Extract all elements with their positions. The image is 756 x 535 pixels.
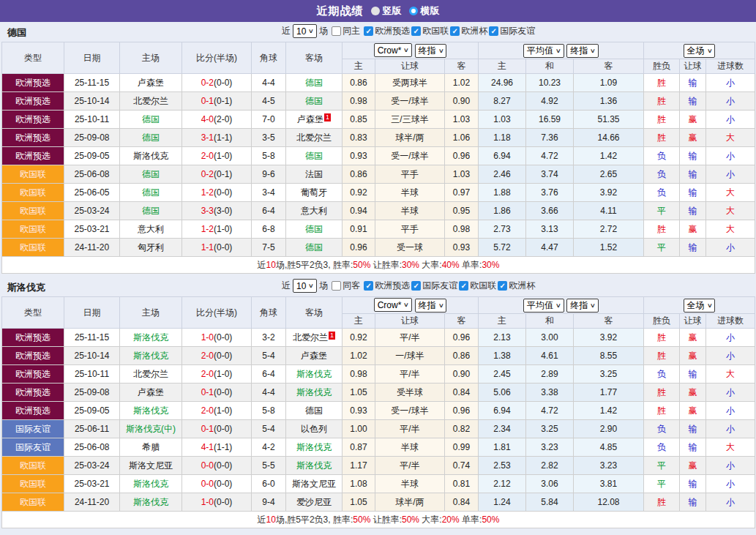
result-handicap-cell: 赢 (680, 329, 706, 347)
average-home-odds-cell: 2.45 (479, 365, 526, 384)
competition-filter[interactable]: ✓欧国联 (459, 280, 496, 292)
table-row: 欧国联25-03-21意大利1-2(1-0)6-8德国0.91平手0.982.7… (2, 220, 755, 239)
bookmaker-away-odds-cell: 0.90 (445, 365, 479, 384)
chevron-down-icon: ∨ (555, 48, 561, 54)
bookmaker-away-odds-cell: 0.98 (445, 220, 479, 239)
corners-cell: 3-2 (252, 329, 286, 347)
average-home-odds-cell: 5.06 (479, 384, 526, 402)
score-cell: 1-2(0-0) (182, 184, 252, 202)
home-team-cell: 北爱尔兰 (120, 365, 182, 384)
avg-final-index-select[interactable]: 终指 ∨ (566, 44, 599, 58)
bookmaker-header-group: Crow* ∨ 终指 ∨ (343, 297, 479, 314)
summary-text: 单率: (460, 515, 482, 525)
date-cell: 25-03-21 (64, 220, 120, 239)
away-team-cell: 斯洛伐克 (286, 438, 343, 457)
col-header-wdl: 胜负 (644, 314, 680, 329)
competition-badge: 欧国联 (2, 220, 64, 239)
match-count-value: 10 (296, 26, 306, 37)
handicap-cell: 平/半 (375, 420, 445, 438)
average-home-odds-cell: 8.27 (479, 92, 526, 111)
chevron-down-icon: ∨ (706, 302, 712, 309)
handicap-cell: 受一球 (375, 239, 445, 257)
score-cell: 0-0(0-0) (182, 457, 252, 475)
match-count-select[interactable]: 10 ∨ (293, 24, 317, 38)
result-goals-cell: 小 (706, 165, 755, 184)
col-header-home: 主场 (120, 42, 182, 74)
match-count-select[interactable]: 10 ∨ (293, 279, 317, 293)
radio-vertical-layout[interactable]: 竖版 (371, 4, 402, 18)
corners-cell: 5-8 (252, 147, 286, 165)
full-match-select[interactable]: 全场 ∨ (684, 299, 716, 313)
table-row: 欧洲预选25-10-11德国4-0(2-0)7-0卢森堡10.85三/三球半1.… (2, 111, 755, 129)
competition-filter[interactable]: ✓欧洲预选 (364, 25, 410, 37)
result-wdl-cell: 平 (644, 202, 680, 220)
corners-cell: 4-4 (252, 384, 286, 402)
competition-filter[interactable]: ✓欧洲预选 (364, 280, 410, 292)
corners-cell: 5-4 (252, 347, 286, 365)
bookmaker-select[interactable]: Crow* ∨ (374, 298, 413, 312)
home-team-cell: 德国 (120, 165, 182, 184)
result-goals-cell: 小 (706, 111, 755, 129)
competition-filter[interactable]: ✓欧洲杯 (450, 25, 487, 37)
average-select[interactable]: 平均值 ∨ (523, 299, 564, 313)
bookmaker-home-odds-cell: 1.00 (343, 420, 375, 438)
checkbox-checked-icon: ✓ (364, 26, 373, 36)
handicap-cell: 平/半 (375, 365, 445, 384)
average-away-odds-cell: 4.11 (574, 202, 644, 220)
score-cell: 2-0(1-0) (182, 365, 252, 384)
full-time-score: 2-0 (201, 351, 214, 361)
section-header: 德国 近 10 ∨ 场 同主 ✓欧洲预选✓欧国联✓欧洲杯✓国际友谊 (0, 22, 756, 42)
final-index-select[interactable]: 终指 ∨ (415, 299, 447, 313)
same-venue-filter[interactable]: 同客 (332, 280, 360, 292)
result-wdl-cell: 负 (644, 438, 680, 457)
result-handicap-cell: 输 (680, 202, 706, 220)
full-time-score: 4-0 (201, 114, 214, 124)
corners-cell: 3-4 (252, 184, 286, 202)
bookmaker-select[interactable]: Crow* ∨ (374, 43, 413, 57)
col-header-home: 主场 (120, 297, 182, 329)
result-handicap-cell: 输 (680, 365, 706, 384)
away-team-cell: 德国 (286, 147, 343, 165)
result-wdl-cell: 胜 (644, 402, 680, 420)
home-team-cell: 德国 (120, 202, 182, 220)
summary-row: 近10场,胜5平2负3, 胜率:50% 让胜率:30% 大率:40% 单率:30… (2, 257, 755, 274)
average-away-odds-cell: 14.66 (574, 129, 644, 147)
home-team-cell: 斯洛伐克 (120, 329, 182, 347)
bookmaker-away-odds-cell: 1.02 (445, 74, 479, 92)
competition-badge: 欧洲预选 (2, 384, 64, 402)
result-handicap-cell: 赢 (680, 384, 706, 402)
date-cell: 25-09-05 (64, 147, 120, 165)
handicap-cell: 一/球半 (375, 347, 445, 365)
competition-filter[interactable]: ✓国际友谊 (489, 25, 535, 37)
date-cell: 25-03-24 (64, 457, 120, 475)
avg-final-index-select[interactable]: 终指 ∨ (566, 299, 599, 313)
home-team-cell: 德国 (120, 184, 182, 202)
same-venue-filter[interactable]: 同主 (332, 25, 360, 37)
competition-badge: 欧洲预选 (2, 111, 64, 129)
bookmaker-home-odds-cell: 0.91 (343, 220, 375, 239)
radio-horizontal-layout[interactable]: 横版 (409, 4, 440, 18)
date-cell: 25-03-21 (64, 475, 120, 493)
table-row: 国际友谊25-06-08希腊4-1(1-1)4-2斯洛伐克0.87半球0.991… (2, 438, 755, 457)
result-goals-cell: 小 (706, 239, 755, 257)
away-team-name: 德国 (305, 78, 323, 88)
full-match-select[interactable]: 全场 ∨ (684, 44, 716, 58)
bookmaker-home-odds-cell: 0.98 (343, 92, 375, 111)
competition-filter[interactable]: ✓欧国联 (411, 25, 449, 37)
col-header-avg-home: 主 (479, 59, 526, 74)
chevron-down-icon: ∨ (403, 47, 409, 53)
away-team-name: 以色列 (301, 424, 327, 434)
average-select[interactable]: 平均值 ∨ (523, 44, 564, 58)
competition-filter[interactable]: ✓欧洲杯 (498, 280, 535, 292)
date-cell: 25-10-11 (64, 111, 120, 129)
competition-badge: 欧国联 (2, 202, 64, 220)
table-row: 欧洲预选25-09-05斯洛伐克2-0(1-0)5-8德国0.93受一/球半0.… (2, 147, 755, 165)
competition-filter[interactable]: ✓国际友谊 (411, 280, 457, 292)
summary-text: 让胜率: (370, 260, 402, 270)
bookmaker-home-odds-cell: 0.94 (343, 202, 375, 220)
table-row: 欧洲预选25-09-08德国3-1(1-1)3-5北爱尔兰0.83球半/两1.0… (2, 129, 755, 147)
final-index-select[interactable]: 终指 ∨ (415, 44, 447, 58)
score-cell: 3-3(3-0) (182, 202, 252, 220)
date-cell: 25-10-14 (64, 347, 120, 365)
result-wdl-cell: 平 (644, 475, 680, 493)
